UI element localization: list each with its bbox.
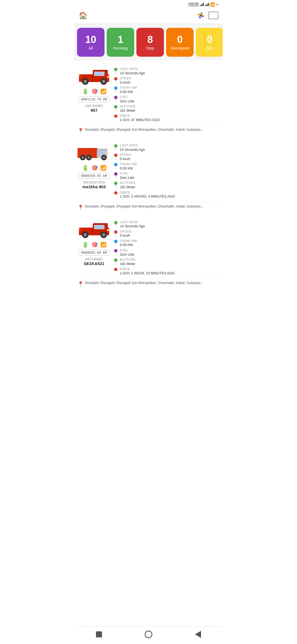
- circle-icon: [145, 631, 152, 638]
- field-value-todayKm: 0.00 KM: [120, 90, 138, 94]
- az-sort-button[interactable]: [208, 12, 218, 19]
- stat-card-running[interactable]: 1 Running: [107, 28, 134, 57]
- vehicle-card-v1[interactable]: 🔋 🎯 📶 0001119.79 KM (NO NAME) 907: [74, 62, 223, 137]
- stat-label-all: All: [89, 46, 93, 50]
- timeline-dot-todayKm: [114, 240, 117, 243]
- field-label-area-lastData: LAST DATA: 14 Seconds Ago: [120, 66, 145, 75]
- field-label-area-since: SINCE 1 DAY, 1 HOUR, 15 MINUTES AGO: [120, 266, 175, 275]
- field-label-altitude: ALTITUDE: [120, 105, 136, 108]
- timeline-left: [114, 219, 118, 227]
- vehicle-name-area: (MA1KHA 903) ma1kha 903: [82, 181, 106, 189]
- timeline-row-since: SINCE 1 DAY, 47 MINUTES AGO: [114, 113, 219, 122]
- vehicle-card-v3[interactable]: 🔋 🎯 📶 0000683.66 KM (NO NAME) SE1KA521: [74, 215, 223, 290]
- target-icon: 🎯: [92, 88, 98, 94]
- signal-bars-1: [200, 3, 204, 6]
- field-label-lastData: LAST DATA:: [120, 220, 145, 224]
- pickup-truck-image: [78, 66, 111, 85]
- vehicle-main-name: SE1KA521: [84, 261, 104, 266]
- timeline-dot-since: [114, 114, 117, 118]
- svg-rect-33: [79, 228, 81, 231]
- timeline-line: [116, 90, 116, 92]
- field-label-area-altitude: ALTITUDE 181 Meter: [120, 103, 136, 113]
- svg-rect-15: [97, 151, 105, 155]
- stat-card-stop[interactable]: 8 Stop: [136, 28, 164, 57]
- battery-icon: 🔋: [82, 241, 89, 248]
- field-value-altitude: 181 Meter: [120, 185, 136, 189]
- field-value-speed: 0 km/h: [120, 157, 132, 161]
- timeline-left: [114, 190, 118, 195]
- timeline-dot-todayKm: [114, 86, 117, 90]
- home-icon[interactable]: 🏠: [79, 11, 87, 20]
- stat-number-stop: 8: [147, 34, 153, 45]
- km-badge: 0000683.66 KM: [79, 250, 109, 256]
- svg-rect-27: [93, 223, 108, 225]
- stat-number-overspeed: 0: [177, 34, 183, 45]
- stat-label-stop: Stop: [146, 46, 154, 50]
- home-button[interactable]: [144, 630, 153, 638]
- location-text: Boradadi, Dhangadi, Dhangadi Sub Metropo…: [85, 281, 204, 285]
- timeline-line: [116, 262, 116, 264]
- vehicle-top: 🔋 🎯 📶 0000683.66 KM (NO NAME) SE1KA521: [78, 219, 219, 275]
- field-value-todayKm: 0.00 KM: [120, 243, 138, 247]
- stat-card-all[interactable]: 10 All: [77, 28, 105, 57]
- header-left: 🏠: [79, 11, 91, 20]
- timeline-left: [114, 66, 118, 74]
- svg-rect-16: [97, 149, 108, 151]
- timeline-line: [116, 80, 116, 83]
- field-label-altitude: ALTITUDE: [120, 181, 136, 185]
- vehicle-name-area: (NO NAME) 907: [85, 104, 103, 113]
- timeline-dot-altitude: [114, 182, 117, 185]
- svg-rect-23: [107, 152, 108, 154]
- signal-bars-2: [205, 3, 209, 6]
- timeline-row-since: SINCE 1 DAY, 3 HOURS, 4 MINUTES AGO: [114, 190, 219, 199]
- vehicle-location: 📍 Boradadi, Dhangadi, Dhangadi Sub Metro…: [78, 202, 219, 211]
- vehicle-data: LAST DATA: 14 Seconds Ago SPEED: 0 km/h: [114, 219, 219, 275]
- field-value-lastData: 14 Seconds Ago: [120, 71, 145, 75]
- field-value-speed: 0 km/h: [120, 80, 132, 85]
- timeline-row-since: SINCE 1 DAY, 1 HOUR, 15 MINUTES AGO: [114, 266, 219, 275]
- timeline-line: [116, 157, 116, 160]
- timeline-line: [116, 185, 116, 188]
- timeline-left: [114, 94, 118, 102]
- timeline-line: [116, 108, 116, 111]
- volte-icon: VOLTE: [188, 3, 199, 6]
- stat-card-idle[interactable]: 0 Idle: [196, 28, 223, 57]
- target-icon: 🎯: [92, 165, 98, 171]
- vehicle-main-name: ma1kha 903: [82, 184, 106, 189]
- field-label-area-fuel: FUEL Zero Liter: [120, 171, 135, 180]
- timeline-row-todayKm: TODAY KM: 0.00 KM: [114, 238, 219, 247]
- field-label-area-lastData: LAST DATA: 14 Seconds Ago: [120, 143, 145, 152]
- vehicle-card-v2[interactable]: 🔋 🎯 📶 0000350.95 KM (MA1KHA 903) ma1kha …: [74, 139, 223, 214]
- field-value-fuel: Zero Liter: [120, 252, 135, 257]
- stat-number-running: 1: [118, 34, 123, 45]
- vehicle-image: [78, 143, 111, 162]
- svg-point-0: [200, 15, 202, 16]
- timeline-row-altitude: ALTITUDE 181 Meter: [114, 103, 219, 113]
- square-icon: [96, 631, 102, 637]
- svg-rect-9: [107, 76, 109, 78]
- recent-apps-button[interactable]: [95, 630, 103, 638]
- timeline-row-fuel: FUEL Zero Liter: [114, 171, 219, 180]
- timeline-line: [116, 224, 116, 227]
- timeline-left: [114, 152, 118, 160]
- vehicle-top: 🔋 🎯 📶 0000350.95 KM (MA1KHA 903) ma1kha …: [78, 143, 219, 199]
- timeline-dot-lastData: [114, 144, 117, 148]
- field-label-since: SINCE: [120, 267, 175, 271]
- field-label-area-speed: SPEED: 0 km/h: [120, 75, 132, 85]
- vehicle-image: [78, 219, 111, 239]
- svg-rect-10: [79, 75, 81, 77]
- field-label-altitude: ALTITUDE: [120, 258, 136, 262]
- timeline-left: [114, 257, 118, 264]
- field-value-since: 1 DAY, 47 MINUTES AGO: [120, 118, 160, 122]
- timeline-line: [116, 252, 116, 255]
- target-icon: 🎯: [92, 242, 98, 248]
- field-label-area-since: SINCE 1 DAY, 47 MINUTES AGO: [120, 113, 160, 122]
- stat-label-running: Running: [113, 46, 128, 50]
- timeline-row-speed: SPEED: 0 km/h: [114, 75, 219, 85]
- vehicle-sub-name: (MA1KHA 903): [82, 181, 106, 184]
- pinwheel-button[interactable]: [196, 10, 206, 20]
- field-label-area-speed: SPEED: 0 km/h: [120, 229, 132, 238]
- stat-card-overspeed[interactable]: 0 Overspeed: [166, 28, 194, 57]
- back-button[interactable]: [194, 630, 202, 638]
- field-label-area-todayKm: TODAY KM: 0.00 KM: [120, 85, 138, 94]
